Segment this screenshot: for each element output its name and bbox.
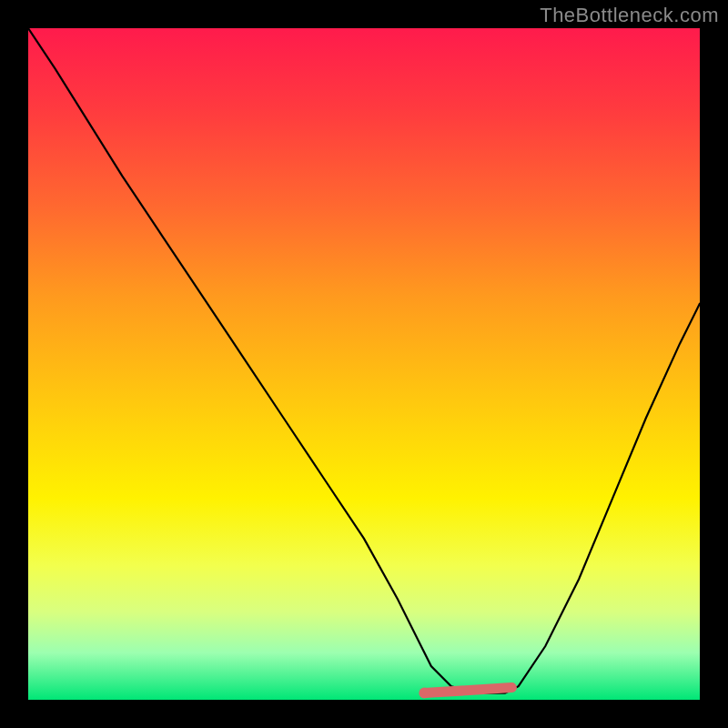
optimal-start-dot	[419, 688, 430, 699]
chart-svg	[28, 28, 700, 700]
optimal-flat-highlight	[424, 688, 511, 693]
chart-frame: TheBottleneck.com	[0, 0, 728, 728]
watermark-label: TheBottleneck.com	[540, 4, 719, 27]
chart-plot-area	[28, 28, 700, 700]
bottleneck-curve-line	[28, 28, 700, 693]
